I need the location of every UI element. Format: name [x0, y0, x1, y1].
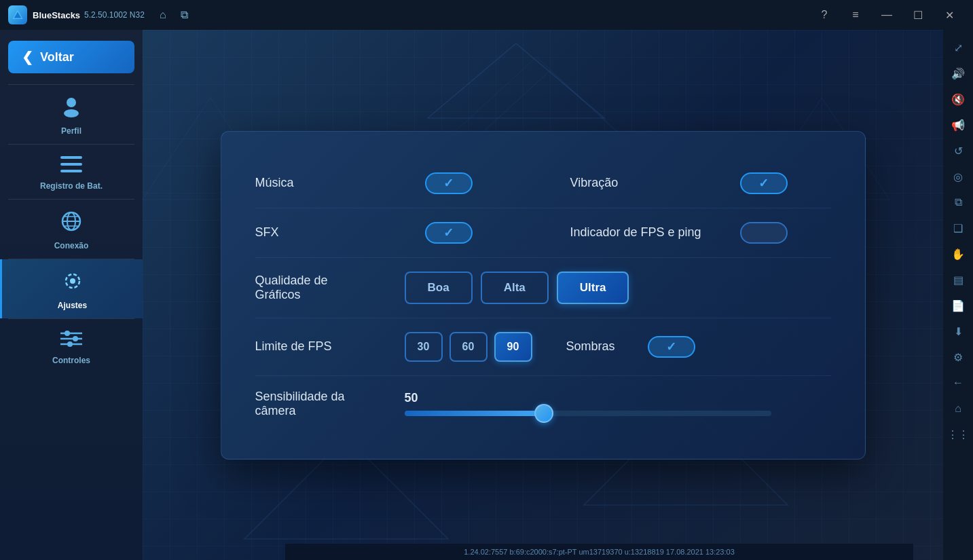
svg-point-15	[65, 331, 70, 336]
sidebar-item-label: Controles	[52, 356, 90, 365]
sombras-label: Sombras	[566, 339, 634, 354]
hand-icon[interactable]: ✋	[946, 242, 970, 266]
home-icon[interactable]: ⌂	[155, 7, 170, 22]
back-button[interactable]: ❮ Voltar	[8, 41, 134, 73]
target-icon[interactable]: ◎	[946, 164, 970, 189]
musica-label: Música	[255, 176, 405, 190]
quality-alta-button[interactable]: Alta	[481, 272, 549, 304]
grid-icon[interactable]: ⋮⋮	[946, 422, 970, 447]
quality-buttons: Boa Alta Ultra	[405, 272, 629, 304]
app-version: 5.2.50.1002 N32	[84, 10, 145, 20]
main-area: Música ✓ Vibração ✓ SFX	[143, 30, 943, 560]
left-panel: ❮ Voltar Perfil Registro de Bat.	[0, 30, 143, 560]
fps-30-button[interactable]: 30	[405, 332, 443, 362]
fps-indicator-label: Indicador de FPS e ping	[570, 225, 720, 240]
arrow-left-icon[interactable]: ←	[946, 371, 970, 395]
settings-row-camera: Sensibilidade da câmera 50	[255, 376, 831, 432]
rotate-icon[interactable]: ↺	[946, 138, 970, 163]
sidebar-item-ajustes[interactable]: Ajustes	[0, 259, 143, 318]
status-text: 1.24.02:7557 b:69:c2000:s7:pt-PT um13719…	[464, 548, 735, 556]
file-icon[interactable]: 📄	[946, 293, 970, 318]
sidebar-item-controles[interactable]: Controles	[0, 319, 143, 373]
svg-point-12	[70, 278, 75, 284]
volume-mute-icon[interactable]: 🔇	[946, 87, 970, 111]
toggle-check-icon: ✓	[443, 176, 454, 191]
camera-slider-thumb[interactable]	[534, 404, 553, 423]
title-bar: BlueStacks 5.2.50.1002 N32 ⌂ ⧉ ? ≡ — ☐ ✕	[0, 0, 973, 30]
gear-icon[interactable]: ⚙	[946, 345, 970, 369]
sidebar-item-label: Perfil	[61, 126, 81, 136]
sfx-toggle[interactable]: ✓	[425, 222, 473, 244]
quality-boa-button[interactable]: Boa	[405, 272, 473, 304]
toggle-check-icon: ✓	[758, 176, 769, 191]
fps-60-button[interactable]: 60	[449, 332, 488, 362]
home-icon[interactable]: ⌂	[946, 396, 970, 421]
status-bar: 1.24.02:7557 b:69:c2000:s7:pt-PT um13719…	[285, 544, 913, 560]
camera-controls: 50	[405, 391, 831, 416]
vibracao-toggle[interactable]: ✓	[740, 172, 788, 194]
person-icon	[60, 96, 82, 122]
sidebar-item-label: Ajustes	[58, 301, 87, 310]
svg-point-2	[67, 98, 76, 107]
fps-indicator-toggle[interactable]: ✓	[740, 222, 788, 244]
download-icon[interactable]: ⬇	[946, 319, 970, 343]
svg-point-17	[73, 336, 78, 341]
musica-toggle[interactable]: ✓	[425, 172, 473, 194]
fps-indicator-item: Indicador de FPS e ping ✓	[570, 222, 831, 244]
sidebar-item-label: Registro de Bat.	[40, 181, 103, 191]
quality-ultra-button[interactable]: Ultra	[557, 272, 629, 304]
sidebar-item-conexao[interactable]: Conexão	[0, 200, 143, 259]
settings-row-sfx: SFX ✓ Indicador de FPS e ping ✓	[255, 208, 831, 258]
layers2-icon[interactable]: ❑	[946, 216, 970, 240]
right-sidebar: ⤢ 🔊 🔇 📢 ↺ ◎ ⧉ ❑ ✋ ▤ 📄 ⬇ ⚙ ← ⌂ ⋮⋮	[943, 30, 973, 560]
app-logo	[8, 5, 27, 24]
expand-icon[interactable]: ⤢	[946, 35, 970, 60]
stack-icon[interactable]: ▤	[946, 267, 970, 292]
window-controls: ? ≡ — ☐ ✕	[809, 0, 965, 30]
maximize-button[interactable]: ☐	[902, 0, 934, 30]
camera-slider-value: 50	[405, 391, 831, 405]
minimize-button[interactable]: —	[871, 0, 902, 30]
close-button[interactable]: ✕	[934, 0, 965, 30]
quality-label: Qualidade de Gráficos	[255, 274, 405, 302]
sidebar-item-label: Conexão	[54, 241, 89, 250]
audio-vibration-pair: Música ✓ Vibração ✓	[255, 172, 831, 194]
volume-up-icon[interactable]: 🔊	[946, 61, 970, 86]
sfx-item: SFX ✓	[255, 222, 516, 244]
sfx-label: SFX	[255, 225, 405, 240]
sidebar-item-registro[interactable]: Registro de Bat.	[0, 145, 143, 199]
svg-rect-4	[60, 156, 82, 159]
vibracao-label: Vibração	[570, 176, 720, 190]
settings-row-quality: Qualidade de Gráficos Boa Alta Ultra	[255, 258, 831, 318]
copy-icon[interactable]: ⧉	[177, 7, 192, 22]
fps-90-button[interactable]: 90	[494, 332, 532, 362]
sidebar-item-perfil[interactable]: Perfil	[0, 85, 143, 144]
fps-label: Limite de FPS	[255, 339, 405, 354]
svg-point-3	[64, 109, 79, 117]
list-icon	[60, 155, 82, 177]
settings-row-audio: Música ✓ Vibração ✓	[255, 159, 831, 208]
camera-slider-fill	[405, 411, 544, 416]
svg-point-19	[67, 341, 73, 347]
globe-icon	[60, 210, 82, 237]
back-label: Voltar	[40, 50, 74, 64]
vibracao-item: Vibração ✓	[570, 172, 831, 194]
fps-controls: 30 60 90 Sombras ✓	[405, 332, 831, 362]
camera-label: Sensibilidade da câmera	[255, 390, 405, 418]
quality-controls: Boa Alta Ultra	[405, 272, 831, 304]
settings-icon	[62, 270, 84, 297]
settings-panel: Música ✓ Vibração ✓ SFX	[221, 131, 866, 460]
settings-row-fps: Limite de FPS 30 60 90 Sombras ✓	[255, 318, 831, 376]
toggle-check-icon: ✓	[666, 339, 676, 354]
layers-icon[interactable]: ⧉	[946, 190, 970, 214]
svg-marker-22	[455, 57, 618, 132]
camera-slider-track[interactable]	[405, 411, 771, 416]
menu-button[interactable]: ≡	[840, 0, 871, 30]
toggle-check-icon: ✓	[443, 225, 454, 240]
speaker-icon[interactable]: 📢	[946, 113, 970, 137]
help-button[interactable]: ?	[809, 0, 840, 30]
camera-slider-container: 50	[405, 391, 831, 416]
app-name: BlueStacks	[33, 10, 80, 20]
musica-item: Música ✓	[255, 172, 516, 194]
sombras-toggle[interactable]: ✓	[648, 336, 695, 358]
